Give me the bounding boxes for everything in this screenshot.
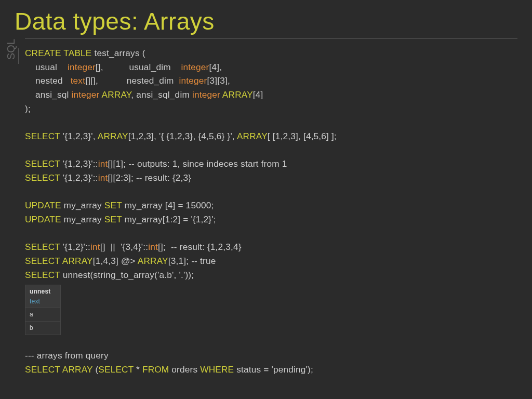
title-divider [25, 38, 517, 39]
code-block: CREATE TABLE test_arrays ( usual integer… [19, 46, 337, 377]
kw-create-table: CREATE TABLE [25, 48, 91, 58]
kw-array: ARRAY [98, 131, 128, 141]
code-text: orders [169, 364, 200, 375]
kw-select: SELECT [25, 256, 60, 266]
code-text: [], usual_dim [96, 62, 181, 72]
fn-unnest: unnest [60, 270, 90, 280]
code-text: ansi_sql [25, 89, 72, 100]
type-integer: integer [68, 62, 96, 72]
code-text: (string_to_array('a.b', '.')); [90, 270, 194, 280]
code-text: nested [25, 75, 71, 86]
code-text: my_array [4] = 15000; [122, 200, 214, 210]
table-cell: a [25, 308, 61, 322]
kw-array: ARRAY [60, 364, 93, 375]
kw-select: SELECT [25, 131, 60, 141]
code-text: [4], [209, 62, 222, 72]
kw-array: ARRAY [220, 89, 253, 100]
kw-select: SELECT [98, 364, 134, 375]
kw-array: ARRAY [138, 256, 168, 266]
code-text: [] || '{3,4}':: [100, 242, 148, 252]
kw-array: ARRAY [60, 256, 93, 266]
code-text: ); [25, 103, 31, 114]
code-text: '{1,2}':: [60, 242, 90, 252]
content-row: SQL CREATE TABLE test_arrays ( usual int… [0, 46, 532, 377]
table-cell: b [25, 321, 61, 335]
slide: Data types: Arrays SQL CREATE TABLE test… [0, 0, 532, 399]
table-header-type: text [30, 298, 40, 305]
code-text: my_array[1:2] = '{1,2}'; [122, 214, 216, 224]
type-text: text [71, 75, 86, 86]
table-header: unnesttext [25, 285, 61, 308]
type-int: int [90, 242, 100, 252]
type-integer: integer [181, 62, 209, 72]
type-int: int [148, 242, 158, 252]
code-text: * [134, 364, 142, 375]
type-integer: integer [72, 89, 100, 100]
kw-update: UPDATE [25, 200, 61, 210]
kw-select: SELECT [25, 242, 60, 252]
kw-select: SELECT [25, 270, 60, 280]
slide-title: Data types: Arrays [0, 7, 532, 35]
table-header-name: unnest [30, 288, 51, 295]
type-int: int [98, 172, 108, 183]
kw-select: SELECT [25, 364, 60, 375]
kw-set: SET [104, 214, 122, 224]
code-text: my_array [61, 200, 104, 210]
kw-array: ARRAY [100, 89, 131, 100]
code-text: [ [1,2,3], [4,5,6] ]; [268, 131, 337, 141]
sql-vertical-label: SQL [4, 48, 19, 64]
code-text: '{1,2,3}':: [60, 158, 98, 169]
code-text: [4] [253, 89, 263, 100]
type-int: int [98, 158, 108, 169]
kw-set: SET [104, 200, 122, 210]
code-text: , ansi_sql_dim [131, 89, 192, 100]
code-text: '{1,2,3}':: [60, 172, 98, 183]
result-table: unnesttext a b [25, 285, 61, 335]
type-integer: integer [179, 75, 207, 86]
code-text: [1,4,3] @> [93, 256, 138, 266]
kw-select: SELECT [25, 158, 60, 169]
code-comment: --- arrays from query [25, 350, 109, 361]
code-text: [3][3], [207, 75, 230, 86]
code-text: ( [92, 364, 98, 375]
kw-where: WHERE [200, 364, 234, 375]
code-text: usual [25, 62, 68, 72]
code-text: [][2:3]; -- result: {2,3} [108, 172, 192, 183]
kw-array: ARRAY [237, 131, 268, 141]
code-text: my_array [61, 214, 104, 224]
kw-select: SELECT [25, 172, 60, 183]
code-text: [1,2,3], '{ {1,2,3}, {4,5,6} }', [128, 131, 237, 141]
code-text: []; -- result: {1,2,3,4} [158, 242, 242, 252]
type-integer: integer [192, 89, 220, 100]
code-text: [][1]; -- outputs: 1, since indeces star… [108, 158, 287, 169]
kw-from: FROM [142, 364, 169, 375]
code-text: '{1,2,3}', [60, 131, 98, 141]
code-text: [][], nested_dim [85, 75, 179, 86]
code-text: status = 'pending'); [234, 364, 313, 375]
kw-update: UPDATE [25, 214, 61, 224]
code-text: test_arrays ( [91, 48, 145, 58]
code-text: [3,1]; -- true [168, 256, 216, 266]
